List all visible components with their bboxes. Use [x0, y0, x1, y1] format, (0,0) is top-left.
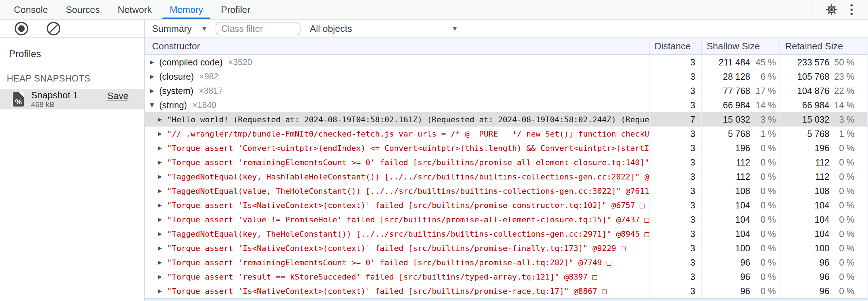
- retained-size-percent: 0 %: [829, 200, 854, 211]
- clear-profiles-icon[interactable]: [46, 21, 61, 36]
- column-header-constructor[interactable]: Constructor: [145, 41, 649, 52]
- snapshot-list-item[interactable]: % Snapshot 1 468 kB Save: [0, 89, 144, 109]
- tab-profiler[interactable]: Profiler: [212, 0, 259, 19]
- distance-cell: 3: [649, 169, 701, 184]
- retained-size-cell: 1040 %: [779, 212, 867, 227]
- expand-arrow-icon[interactable]: ▶: [158, 116, 167, 123]
- expand-arrow-icon[interactable]: ▶: [158, 245, 167, 251]
- retained-size-percent: 0 %: [829, 257, 854, 268]
- retained-size-value: 104: [814, 214, 829, 225]
- table-row[interactable]: ▼(string)×1840 3 66 98414 % 66 98414 %: [145, 98, 867, 112]
- tab-memory[interactable]: Memory: [161, 0, 212, 19]
- devtools-window: Console Sources Network Memory Profiler: [0, 0, 868, 301]
- distance-cell: 3: [649, 212, 701, 227]
- heap-snapshot-grid: Constructor Distance Shallow Size Retain…: [145, 38, 868, 301]
- settings-button[interactable]: [822, 0, 842, 20]
- retained-size-percent: 0 %: [829, 186, 854, 196]
- retained-size-value: 104: [814, 200, 829, 211]
- table-row[interactable]: ▶(compiled code)×3520 3 211 48445 % 233 …: [145, 55, 867, 69]
- table-row[interactable]: ▶(system)×3817 3 77 76817 % 104 87622 %: [145, 84, 867, 98]
- expand-arrow-icon[interactable]: ▶: [158, 159, 167, 166]
- retained-size-percent: 0 %: [829, 157, 854, 168]
- table-row[interactable]: ▶"Torque assert 'remainingElementsCount …: [145, 255, 867, 270]
- shallow-size-cell: 960 %: [701, 255, 779, 270]
- expand-arrow-icon[interactable]: ▼: [150, 102, 159, 108]
- retained-size-cell: 15 0323 %: [779, 112, 867, 127]
- shallow-size-percent: 0 %: [750, 157, 776, 168]
- table-row[interactable]: ▶"Torque assert 'value != PromiseHole' f…: [145, 212, 867, 227]
- perspective-select[interactable]: Summary ▼: [149, 23, 210, 34]
- table-row[interactable]: ▶"TaggedNotEqual(key, TheHoleConstant())…: [145, 227, 867, 241]
- table-row[interactable]: ▶"TaggedNotEqual(key, HashTableHoleConst…: [145, 169, 867, 184]
- distance-cell: 3: [649, 55, 701, 69]
- table-row[interactable]: ▶"Torque assert 'Convert<uintptr>(endInd…: [145, 141, 867, 155]
- expand-arrow-icon[interactable]: ▶: [158, 288, 167, 294]
- distance-cell: 3: [649, 69, 701, 84]
- distance-cell: 3: [649, 141, 701, 155]
- save-snapshot-link[interactable]: Save: [107, 90, 128, 102]
- retained-size-value: 5 768: [807, 129, 829, 139]
- expand-arrow-icon[interactable]: ▶: [158, 188, 167, 194]
- retained-size-cell: 1080 %: [779, 184, 867, 198]
- table-row[interactable]: ▶"Torque assert 'Is<NativeContext>(conte…: [145, 198, 867, 212]
- shallow-size-percent: 0 %: [750, 257, 776, 268]
- instance-count: ×982: [199, 71, 218, 82]
- object-scope-select[interactable]: All objects ▼: [307, 23, 461, 34]
- retained-size-percent: 0 %: [829, 172, 854, 182]
- expand-arrow-icon[interactable]: ▶: [158, 273, 167, 280]
- shallow-size-cell: 960 %: [701, 284, 779, 298]
- expand-arrow-icon[interactable]: ▶: [150, 59, 159, 65]
- expand-arrow-icon[interactable]: ▶: [158, 259, 167, 266]
- table-row[interactable]: ▶"Torque assert 'remainingElementsCount …: [145, 155, 867, 169]
- retained-size-value: 112: [815, 157, 829, 168]
- expand-arrow-icon[interactable]: ▶: [158, 202, 167, 208]
- table-row[interactable]: ▶"// .wrangler/tmp/bundle-FmNIt0/checked…: [145, 127, 867, 141]
- column-header-distance[interactable]: Distance: [649, 38, 701, 54]
- shallow-size-value: 100: [735, 243, 750, 253]
- expand-arrow-icon[interactable]: ▶: [158, 231, 167, 237]
- perspective-select-value: Summary: [152, 23, 192, 34]
- expand-arrow-icon[interactable]: ▶: [158, 145, 167, 151]
- shallow-size-percent: 6 %: [750, 71, 776, 82]
- table-row[interactable]: ▶"TaggedNotEqual(value, TheHoleConstant(…: [145, 184, 867, 198]
- tab-console[interactable]: Console: [5, 0, 57, 19]
- more-options-button[interactable]: [842, 0, 862, 20]
- expand-arrow-icon[interactable]: ▶: [150, 88, 159, 94]
- grid-rows: ▶(compiled code)×3520 3 211 48445 % 233 …: [145, 55, 867, 298]
- column-header-retained-size[interactable]: Retained Size: [779, 38, 867, 54]
- table-row[interactable]: ▶"Torque assert 'Is<NativeContext>(conte…: [145, 241, 867, 255]
- table-row[interactable]: ▶"Torque assert 'Is<NativeContext>(conte…: [145, 284, 867, 298]
- table-row[interactable]: ▶"Hello world! (Requested at: 2024-08-19…: [145, 112, 867, 127]
- expand-arrow-icon[interactable]: ▶: [158, 216, 167, 223]
- class-filter-input[interactable]: [216, 22, 301, 35]
- profiles-sidebar: Profiles HEAP SNAPSHOTS % Snapshot 1 468…: [0, 20, 145, 301]
- expand-arrow-icon[interactable]: ▶: [150, 73, 159, 80]
- tab-network[interactable]: Network: [109, 0, 161, 19]
- shallow-size-cell: 211 48445 %: [701, 55, 779, 69]
- shallow-size-percent: 0 %: [750, 229, 776, 239]
- distance-cell: 3: [649, 127, 701, 141]
- retained-size-value: 96: [819, 286, 829, 296]
- column-header-shallow-size[interactable]: Shallow Size: [701, 38, 779, 54]
- shallow-size-percent: 0 %: [750, 214, 776, 225]
- retained-size-percent: 0 %: [829, 286, 854, 296]
- shallow-size-percent: 0 %: [750, 143, 776, 153]
- retained-size-value: 104 876: [797, 86, 829, 96]
- instance-count: ×3520: [228, 57, 252, 67]
- grid-filler: [145, 298, 867, 301]
- distance-cell: 7: [649, 112, 701, 127]
- shallow-size-value: 5 768: [728, 129, 750, 139]
- expand-arrow-icon[interactable]: ▶: [158, 130, 167, 137]
- chevron-down-icon: ▼: [202, 25, 206, 32]
- table-row[interactable]: ▶"Torque assert 'result == kStoreSuccede…: [145, 270, 867, 284]
- tab-sources[interactable]: Sources: [57, 0, 108, 19]
- shallow-size-cell: 1000 %: [701, 241, 779, 255]
- shallow-size-value: 112: [736, 157, 750, 168]
- record-heap-snapshot-icon[interactable]: [14, 21, 29, 36]
- table-row[interactable]: ▶(closure)×982 3 28 1286 % 105 76823 %: [145, 69, 867, 84]
- expand-arrow-icon[interactable]: ▶: [158, 173, 167, 180]
- retained-size-value: 104: [814, 229, 829, 239]
- tabbar-divider: [812, 4, 812, 15]
- retained-size-value: 105 768: [797, 71, 829, 82]
- retained-size-value: 233 576: [797, 57, 829, 68]
